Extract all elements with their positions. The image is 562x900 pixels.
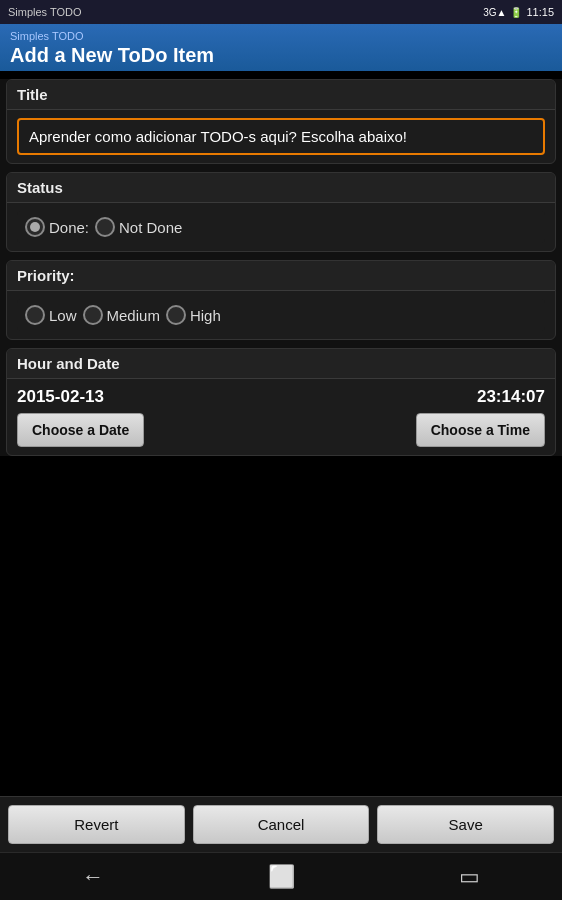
- title-section-body: [7, 110, 555, 163]
- choose-time-button[interactable]: Choose a Time: [416, 413, 545, 447]
- title-section-header: Title: [7, 80, 555, 110]
- bottom-action-bar: Revert Cancel Save: [0, 796, 562, 852]
- title-section: Title: [6, 79, 556, 164]
- priority-medium-label: Medium: [107, 307, 160, 324]
- status-bar-time: 11:15: [526, 6, 554, 18]
- title-input[interactable]: [17, 118, 545, 155]
- back-icon[interactable]: ←: [82, 864, 104, 890]
- priority-high-label: High: [190, 307, 221, 324]
- battery-icon: 🔋: [510, 7, 522, 18]
- priority-low-label: Low: [49, 307, 77, 324]
- priority-section: Priority: Low Medium High: [6, 260, 556, 340]
- datetime-header: Hour and Date: [7, 349, 555, 379]
- signal-icon: 3G▲: [483, 7, 506, 18]
- choose-date-button[interactable]: Choose a Date: [17, 413, 144, 447]
- priority-high-option[interactable]: High: [166, 305, 221, 325]
- status-section: Status Done: Not Done: [6, 172, 556, 252]
- revert-button[interactable]: Revert: [8, 805, 185, 844]
- status-bar-right: 3G▲ 🔋 11:15: [483, 6, 554, 18]
- datetime-body: 2015-02-13 23:14:07 Choose a Date Choose…: [7, 379, 555, 455]
- time-display: 23:14:07: [477, 387, 545, 407]
- cancel-button[interactable]: Cancel: [193, 805, 370, 844]
- datetime-section: Hour and Date 2015-02-13 23:14:07 Choose…: [6, 348, 556, 456]
- date-display: 2015-02-13: [17, 387, 104, 407]
- priority-section-header: Priority:: [7, 261, 555, 291]
- status-bar-app-label: Simples TODO: [8, 6, 82, 18]
- nav-bar: ← ⬜ ▭: [0, 852, 562, 900]
- priority-medium-option[interactable]: Medium: [83, 305, 160, 325]
- status-radio-group: Done: Not Done: [17, 211, 545, 243]
- datetime-row: 2015-02-13 23:14:07: [17, 387, 545, 407]
- recent-apps-icon[interactable]: ▭: [459, 864, 480, 890]
- status-done-label: Done:: [49, 219, 89, 236]
- status-notdone-label: Not Done: [119, 219, 182, 236]
- app-name: Simples TODO: [10, 30, 552, 42]
- priority-low-radio[interactable]: [25, 305, 45, 325]
- home-icon[interactable]: ⬜: [268, 864, 295, 890]
- status-notdone-radio[interactable]: [95, 217, 115, 237]
- priority-radio-group: Low Medium High: [17, 299, 545, 331]
- status-section-body: Done: Not Done: [7, 203, 555, 251]
- empty-space: [0, 464, 562, 804]
- priority-low-option[interactable]: Low: [25, 305, 77, 325]
- status-done-radio[interactable]: [25, 217, 45, 237]
- status-section-header: Status: [7, 173, 555, 203]
- priority-medium-radio[interactable]: [83, 305, 103, 325]
- priority-high-radio[interactable]: [166, 305, 186, 325]
- status-notdone-option[interactable]: Not Done: [95, 217, 182, 237]
- page-title: Add a New ToDo Item: [10, 44, 552, 67]
- save-button[interactable]: Save: [377, 805, 554, 844]
- priority-section-body: Low Medium High: [7, 291, 555, 339]
- app-bar: Simples TODO Add a New ToDo Item: [0, 24, 562, 71]
- status-done-option[interactable]: Done:: [25, 217, 89, 237]
- content-area: Title Status Done: Not Done Priority:: [0, 79, 562, 456]
- status-bar: Simples TODO 3G▲ 🔋 11:15: [0, 0, 562, 24]
- datetime-buttons: Choose a Date Choose a Time: [17, 413, 545, 447]
